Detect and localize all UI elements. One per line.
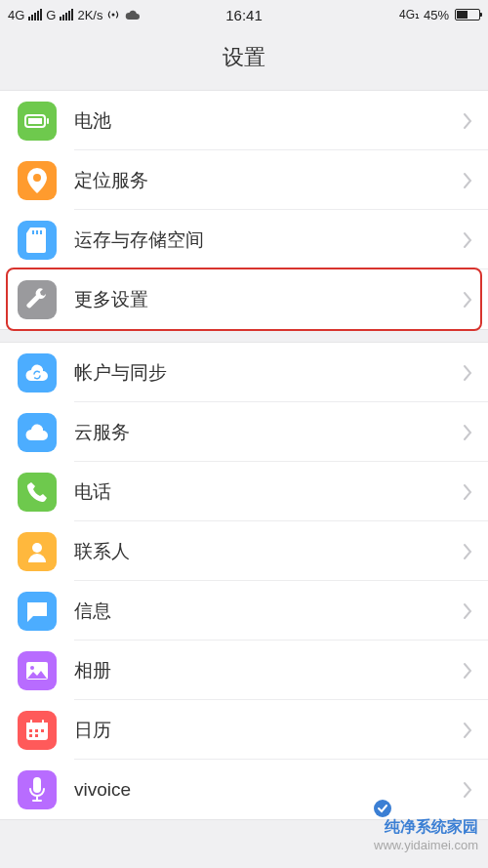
gallery-icon: [18, 651, 57, 690]
row-phone[interactable]: 电话: [0, 462, 488, 521]
chevron-right-icon: [463, 602, 472, 620]
location-icon: [18, 161, 57, 200]
svg-rect-12: [26, 723, 48, 727]
row-label: 信息: [74, 599, 463, 624]
chevron-right-icon: [463, 424, 472, 441]
svg-rect-14: [42, 720, 44, 724]
svg-rect-2: [47, 118, 49, 124]
svg-rect-18: [29, 734, 32, 737]
status-time: 16:41: [225, 7, 263, 23]
svg-point-8: [32, 543, 42, 553]
battery-icon: [18, 102, 57, 141]
row-label: 电话: [74, 479, 463, 505]
row-label: 日历: [74, 718, 463, 743]
net-speed: 2K/s: [77, 8, 102, 22]
chevron-right-icon: [463, 543, 472, 560]
svg-rect-6: [36, 230, 38, 234]
svg-rect-20: [33, 777, 41, 793]
message-icon: [18, 592, 57, 631]
row-label: 相册: [74, 658, 463, 683]
svg-point-4: [33, 174, 41, 182]
svg-point-21: [374, 800, 391, 817]
net-label-g: G: [46, 8, 56, 22]
row-gallery[interactable]: 相册: [0, 641, 488, 700]
contacts-icon: [18, 532, 57, 571]
chevron-right-icon: [463, 364, 472, 382]
page-title: 设置: [0, 29, 488, 90]
net-label-4g: 4G: [8, 8, 24, 22]
chevron-right-icon: [463, 291, 472, 309]
status-left: 4G G 2K/s: [8, 8, 142, 22]
chevron-right-icon: [463, 483, 472, 501]
chevron-right-icon: [463, 231, 472, 249]
chevron-right-icon: [463, 781, 472, 799]
row-label: 电池: [74, 108, 463, 134]
wrench-icon: [18, 280, 57, 319]
watermark-url: www.yidaimei.com: [374, 838, 478, 854]
signal-bars-1: [28, 9, 42, 21]
svg-rect-13: [30, 720, 32, 724]
watermark: 纯净系统家园 www.yidaimei.com: [374, 800, 478, 854]
battery-pct: 45%: [424, 8, 449, 22]
cloud-icon: [124, 9, 142, 21]
status-right: 4G₁ 45%: [399, 8, 480, 22]
phone-icon: [18, 473, 57, 512]
row-storage[interactable]: 运存与存储空间: [0, 210, 488, 269]
row-cloud[interactable]: 云服务: [0, 402, 488, 462]
svg-rect-5: [32, 230, 34, 234]
row-label: 更多设置: [74, 287, 463, 312]
svg-rect-15: [29, 729, 32, 732]
svg-rect-19: [35, 734, 38, 737]
svg-rect-7: [40, 230, 42, 234]
chevron-right-icon: [463, 722, 472, 739]
status-bar: 4G G 2K/s 16:41 4G₁ 45%: [0, 0, 488, 29]
sd-card-icon: [18, 221, 57, 260]
row-label: 帐户与同步: [74, 360, 463, 386]
row-label: 云服务: [74, 420, 463, 445]
sync-cloud-icon: [18, 353, 57, 393]
svg-rect-16: [35, 729, 38, 732]
svg-rect-17: [41, 729, 44, 732]
svg-rect-3: [28, 118, 42, 124]
svg-point-10: [30, 666, 34, 670]
battery-icon: [453, 9, 480, 21]
settings-group-1: 电池 定位服务 运存与存储空间 更多设置: [0, 90, 488, 330]
watermark-brand: 纯净系统家园: [385, 818, 478, 835]
svg-point-0: [112, 14, 115, 17]
microphone-icon: [18, 770, 57, 809]
chevron-right-icon: [463, 112, 472, 130]
calendar-icon: [18, 711, 57, 750]
hotspot-icon: [106, 9, 120, 21]
row-label: 运存与存储空间: [74, 227, 463, 253]
row-more-settings[interactable]: 更多设置: [0, 269, 488, 329]
chevron-right-icon: [463, 662, 472, 680]
row-label: 定位服务: [74, 168, 463, 193]
row-label: vivoice: [74, 779, 463, 801]
chevron-right-icon: [463, 172, 472, 189]
cloud-service-icon: [18, 413, 57, 452]
settings-group-2: 帐户与同步 云服务 电话 联系人 信息 相册: [0, 342, 488, 820]
net-label-4g1: 4G₁: [399, 8, 420, 21]
row-battery[interactable]: 电池: [0, 91, 488, 150]
row-contacts[interactable]: 联系人: [0, 521, 488, 581]
row-calendar[interactable]: 日历: [0, 700, 488, 760]
row-label: 联系人: [74, 539, 463, 564]
row-location[interactable]: 定位服务: [0, 150, 488, 210]
row-messages[interactable]: 信息: [0, 581, 488, 641]
signal-bars-2: [60, 9, 73, 21]
row-accounts[interactable]: 帐户与同步: [0, 343, 488, 402]
